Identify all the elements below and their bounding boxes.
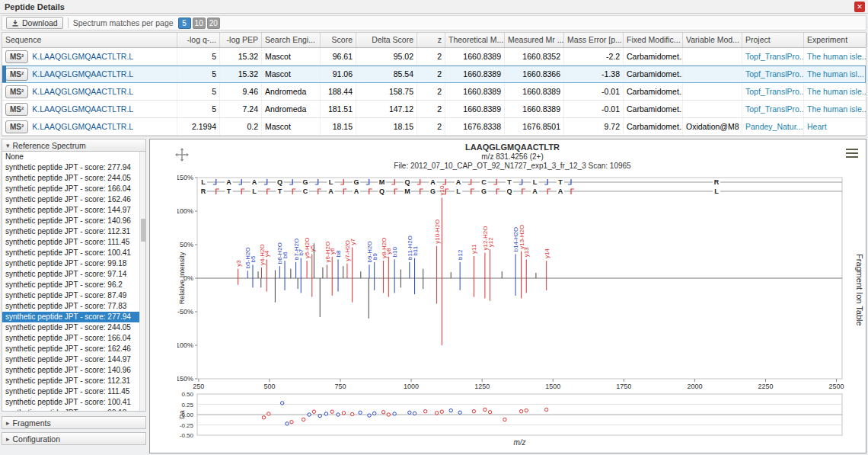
- cell-experiment: The human isle...: [804, 83, 867, 100]
- column-header[interactable]: Score: [321, 33, 356, 47]
- cell-logpep: 0.2: [220, 118, 262, 135]
- cell-delta: 85.54: [356, 66, 417, 82]
- reference-spectrum-item[interactable]: synthetic peptide JPT - score: 166.04: [2, 184, 145, 194]
- download-button[interactable]: Download: [6, 17, 63, 29]
- sequence-link[interactable]: K.LAAQGLGMQAACTLTR.L: [32, 52, 133, 61]
- sequence-link[interactable]: K.LAAQGLGMQAACTLTR.L: [32, 87, 133, 96]
- project-link[interactable]: Pandey_Natur...: [745, 122, 803, 131]
- reference-spectrum-item[interactable]: synthetic peptide JPT - score: 100.41: [2, 397, 145, 408]
- svg-text:y8-H2O: y8-H2O: [381, 238, 388, 259]
- cell-engine: Mascot: [262, 66, 321, 82]
- reference-spectrum-item[interactable]: synthetic peptide JPT - score: 100.41: [2, 248, 145, 258]
- reference-spectrum-item[interactable]: synthetic peptide JPT - score: 277.94: [2, 162, 145, 173]
- per-page-option-5[interactable]: 5: [178, 18, 191, 29]
- ms2-button[interactable]: MS²: [5, 103, 28, 116]
- reference-spectrum-item[interactable]: synthetic peptide JPT - score: 144.97: [2, 354, 145, 365]
- ms2-button[interactable]: MS²: [5, 85, 28, 98]
- reference-spectrum-item[interactable]: synthetic peptide JPT - score: 99.18: [2, 258, 145, 269]
- table-row[interactable]: MS²K.LAAQGLGMQAACTLTR.L57.24Andromeda181…: [2, 101, 866, 118]
- column-header[interactable]: Variable Mod...: [683, 33, 742, 47]
- svg-text:250: 250: [193, 383, 204, 390]
- hamburger-menu-icon[interactable]: [846, 149, 858, 158]
- reference-spectrum-item[interactable]: synthetic peptide JPT - score: 244.05: [2, 173, 145, 184]
- column-header[interactable]: Mass Error [p...: [564, 33, 624, 47]
- reference-spectrum-item[interactable]: synthetic peptide JPT - score: 87.49: [2, 290, 145, 301]
- ms2-button[interactable]: MS²: [5, 68, 28, 81]
- reference-spectrum-item[interactable]: synthetic peptide JPT - score: 140.96: [2, 216, 145, 226]
- ms2-button[interactable]: MS²: [5, 50, 28, 63]
- column-header[interactable]: Experiment: [804, 33, 867, 47]
- column-header[interactable]: Measured Mr ...: [505, 33, 564, 47]
- per-page-option-20[interactable]: 20: [207, 18, 220, 29]
- reference-spectrum-item[interactable]: synthetic peptide JPT - score: 99.18: [2, 408, 145, 412]
- reference-spectrum-item[interactable]: None: [2, 152, 145, 162]
- project-link[interactable]: Topf_TranslPro...: [745, 69, 804, 79]
- close-icon[interactable]: ✕: [854, 2, 865, 12]
- reference-spectrum-item[interactable]: synthetic peptide JPT - score: 96.2: [2, 280, 145, 290]
- column-header[interactable]: Search Engi...: [262, 33, 321, 47]
- table-row[interactable]: MS²K.LAAQGLGMQAACTLTR.L515.32Mascot96.61…: [2, 48, 866, 66]
- svg-text:T: T: [558, 178, 563, 186]
- reference-spectrum-item[interactable]: synthetic peptide JPT - score: 162.46: [2, 194, 145, 205]
- scrollbar[interactable]: [139, 152, 145, 411]
- reference-spectrum-item[interactable]: synthetic peptide JPT - score: 162.46: [2, 344, 145, 354]
- table-row[interactable]: MS²K.LAAQGLGMQAACTLTR.L515.32Mascot91.06…: [2, 66, 866, 83]
- experiment-link[interactable]: The human isle...: [807, 104, 867, 114]
- chart-file-line: File: 2012_07_10_CAP_OT_92_N1727_exp1_3_…: [177, 162, 847, 170]
- svg-text:R: R: [201, 187, 206, 195]
- sequence-link[interactable]: K.LAAQGLGMQAACTLTR.L: [32, 122, 133, 131]
- svg-text:Relative Intensity: Relative Intensity: [178, 252, 186, 304]
- column-header[interactable]: Theoretical M...: [445, 33, 505, 47]
- reference-spectrum-item[interactable]: synthetic peptide JPT - score: 244.05: [2, 322, 145, 333]
- svg-text:y3: y3: [235, 260, 242, 267]
- table-row[interactable]: MS²K.LAAQGLGMQAACTLTR.L2.19940.2Mascot18…: [2, 118, 866, 136]
- spectrum-chart[interactable]: 150%100%50%0%-50%-100%-150%2505007501000…: [177, 173, 847, 449]
- svg-text:750: 750: [334, 383, 346, 390]
- reference-spectrum-item[interactable]: synthetic peptide JPT - score: 111.45: [2, 237, 145, 248]
- column-header[interactable]: -log q-...: [177, 33, 220, 47]
- column-header[interactable]: Project: [742, 33, 804, 47]
- experiment-link[interactable]: The human isle...: [807, 87, 867, 96]
- table-header: Sequence-log q-...-log PEPSearch Engi...…: [2, 33, 866, 48]
- experiment-link[interactable]: The human isle...: [807, 52, 867, 61]
- ms2-button[interactable]: MS²: [5, 120, 28, 133]
- column-header[interactable]: Sequence: [2, 33, 177, 47]
- per-page-option-10[interactable]: 10: [193, 18, 206, 29]
- reference-spectrum-item[interactable]: synthetic peptide JPT - score: 112.31: [2, 226, 145, 237]
- experiment-link[interactable]: Heart: [807, 122, 827, 131]
- cell-variable: Oxidation@M8: [683, 118, 742, 135]
- reference-spectrum-item[interactable]: synthetic peptide JPT - score: 77.83: [2, 301, 145, 312]
- scrollbar-thumb[interactable]: [141, 219, 145, 242]
- cell-engine: Andromeda: [262, 83, 321, 100]
- reference-spectrum-item[interactable]: synthetic peptide JPT - score: 97.14: [2, 269, 145, 280]
- reference-spectrum-item[interactable]: synthetic peptide JPT - score: 112.31: [2, 376, 145, 386]
- experiment-link[interactable]: The human isl...: [807, 69, 864, 79]
- column-header[interactable]: Fixed Modific...: [624, 33, 683, 47]
- column-header[interactable]: z: [417, 33, 445, 47]
- fragment-ion-table-label[interactable]: Fragment Ion Table: [855, 254, 864, 326]
- svg-text:y12: y12: [487, 237, 494, 247]
- section-fragments[interactable]: ▸ Fragments: [2, 416, 146, 429]
- column-header[interactable]: -log PEP: [220, 33, 262, 47]
- svg-text:b6: b6: [282, 252, 289, 258]
- section-reference-spectrum[interactable]: ▾ Reference Spectrum: [2, 139, 146, 152]
- project-link[interactable]: Topf_TranslPro...: [745, 52, 804, 61]
- reference-spectrum-item[interactable]: synthetic peptide JPT - score: 277.94: [2, 312, 145, 322]
- section-configuration[interactable]: ▸ Configuration: [2, 432, 146, 445]
- project-link[interactable]: Topf_TranslPro...: [745, 104, 804, 114]
- sequence-link[interactable]: K.LAAQGLGMQAACTLTR.L: [32, 69, 133, 79]
- cell-variable: [683, 83, 742, 100]
- project-link[interactable]: Topf_TranslPro...: [745, 87, 804, 96]
- reference-spectrum-item[interactable]: synthetic peptide JPT - score: 111.45: [2, 386, 145, 397]
- reference-spectrum-item[interactable]: synthetic peptide JPT - score: 166.04: [2, 333, 145, 344]
- svg-text:y10: y10: [439, 185, 445, 195]
- column-header[interactable]: Delta Score: [356, 33, 417, 47]
- sequence-link[interactable]: K.LAAQGLGMQAACTLTR.L: [32, 104, 133, 114]
- reference-spectrum-item[interactable]: synthetic peptide JPT - score: 140.96: [2, 365, 145, 376]
- svg-text:-150%: -150%: [177, 375, 193, 383]
- cell-delta: 147.12: [356, 101, 417, 117]
- table-row[interactable]: MS²K.LAAQGLGMQAACTLTR.L59.46Andromeda188…: [2, 83, 866, 101]
- reference-spectrum-item[interactable]: synthetic peptide JPT - score: 144.97: [2, 205, 145, 216]
- spectrum-match-table: Sequence-log q-...-log PEPSearch Engi...…: [2, 32, 866, 136]
- cell-mass_error: -0.01: [564, 101, 624, 117]
